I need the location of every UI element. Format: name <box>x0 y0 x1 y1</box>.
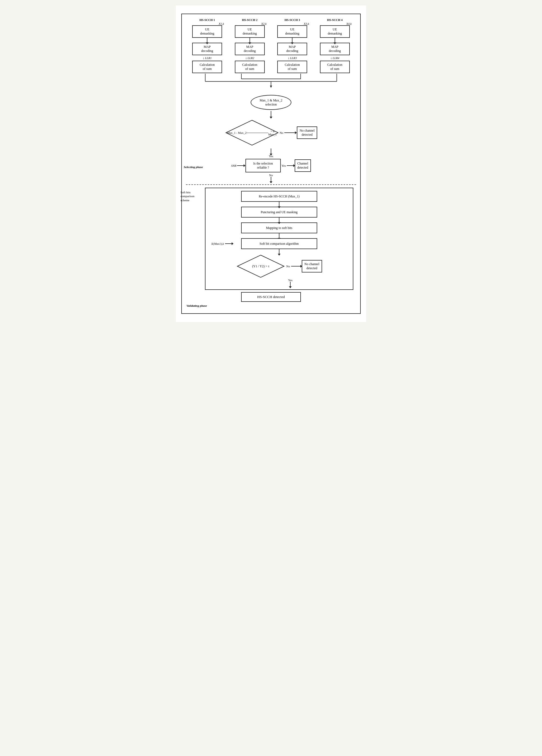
ch4-xlabel: X4,k <box>346 22 352 25</box>
soft-bits-label: Soft bits comparison scheme <box>181 190 201 202</box>
no-branch-1: No No channeldetected <box>280 126 317 139</box>
no-down-arrow: No <box>269 173 272 182</box>
diamond2: (Y1 / Y2) > τ <box>236 254 285 278</box>
no-channel-box-1: No channeldetected <box>297 126 317 139</box>
ch1-ue: UEdemasking <box>192 25 222 38</box>
yes-line-1 <box>271 148 271 154</box>
ch1-calc: Calculationof sum <box>192 61 222 73</box>
no-line-2 <box>271 177 271 182</box>
xmax1k-label: X(Max1),k <box>211 242 224 245</box>
no-branch-2: No No channeldetected <box>286 260 322 272</box>
ch3-llr: ↓ LLR3 <box>288 56 297 60</box>
channel-detected-box: Channeldetected <box>294 159 311 172</box>
yes-text-2: Yes <box>288 278 292 282</box>
mapping-box: Mapping to soft bits <box>241 222 317 233</box>
ch1-llr: ↓ LLR1 <box>203 56 212 60</box>
yes-label-ch: Yes <box>281 164 286 167</box>
snr-section: SNR <box>231 164 244 167</box>
ch1-map: MAPdecoding <box>192 43 222 55</box>
ch2-map: MAPdecoding <box>235 43 265 55</box>
ch2-arrow1 <box>250 38 250 43</box>
yes-arrowhead-2 <box>289 286 292 288</box>
snr-arrowhead <box>244 164 246 167</box>
diamond2-text: (Y1 / Y2) > τ <box>236 254 285 278</box>
yes-section-1: Yes <box>186 148 356 158</box>
ch1-label: HS-SCCH 1 <box>200 18 215 21</box>
ch2-llr: ↓ LLR2 <box>245 56 254 60</box>
xmax-arrow <box>225 243 232 244</box>
yes-arrowhead-1 <box>270 154 272 156</box>
no-arrowhead-3 <box>300 265 302 268</box>
hs-detected-section: HS-SCCH detected <box>186 292 356 302</box>
ch3-map: MAPdecoding <box>277 43 307 55</box>
ch4-label: HS-SCCH 4 <box>327 18 342 21</box>
ch2-ue: UEdemasking <box>235 25 265 38</box>
no-label-2: No <box>286 265 290 268</box>
converge-svg <box>186 73 356 95</box>
channels-row: HS-SCCH 1 X1,k UEdemasking MAPdecoding ↓… <box>186 18 356 73</box>
selection-reliable-row: SNR Is the selectionreliable ? Yes Chann… <box>186 159 356 172</box>
svg-marker-9 <box>270 86 272 88</box>
ellipse-arrow-down <box>186 111 356 117</box>
no-arrowhead-1 <box>295 131 297 134</box>
ch3-arrow1 <box>292 38 292 43</box>
validating-phase-section: Validating phase <box>186 303 356 308</box>
channel-col-1: HS-SCCH 1 X1,k UEdemasking MAPdecoding ↓… <box>188 18 226 73</box>
diamond1: Max_1 - Max_2> αMax_1 <box>225 119 279 146</box>
no-text-2: No <box>269 173 272 177</box>
channel-col-4: HS-SCCH 4 X4,k UEdemasking MAPdecoding ↓… <box>316 18 354 73</box>
ch4-llr: ↓ LLR4 <box>330 56 339 60</box>
inner-box: Re-encode HS-SCCH (Max_1) Puncturing and… <box>205 188 353 290</box>
soft-bits-section: Soft bits comparison scheme Re-encode HS… <box>202 188 356 290</box>
validating-phase-label: Validating phase <box>187 304 207 307</box>
dashed-divider <box>186 184 356 185</box>
arrow-soft-algo <box>279 249 279 254</box>
re-encode-box: Re-encode HS-SCCH (Max_1) <box>241 191 317 202</box>
snr-label: SNR <box>231 164 237 167</box>
selection-ellipse-container: Max_1 & Max_2selection <box>186 95 356 110</box>
yes-down-2: Yes <box>288 278 292 287</box>
xmax1k-section: X(Max1),k <box>211 242 232 245</box>
yes-arrow-2: Yes <box>288 278 292 287</box>
yes-arrow-1: Yes <box>269 148 273 158</box>
yes-channel-section: Yes Channeldetected <box>281 159 311 172</box>
flow-section: Re-encode HS-SCCH (Max_1) Puncturing and… <box>210 191 349 287</box>
no-arrow-1 <box>284 132 295 133</box>
arrow-mapping <box>279 233 279 238</box>
yes-arrowhead-ch <box>293 164 295 167</box>
no-label-1: No <box>280 131 283 134</box>
ch3-label: HS-SCCH 3 <box>284 18 300 21</box>
ch1-xlabel: X1,k <box>219 22 224 25</box>
ch1-arrow1 <box>207 38 208 43</box>
soft-algo-box: Soft bit comparison algorithm <box>241 238 317 249</box>
diamond1-row: Max_1 - Max_2> αMax_1 No No channeldetec… <box>186 119 356 146</box>
page: HS-SCCH 1 X1,k UEdemasking MAPdecoding ↓… <box>176 5 366 322</box>
arrow-puncturing <box>279 218 279 222</box>
no-arrow-2 <box>291 266 300 267</box>
channel-col-3: HS-SCCH 3 X3,k UEdemasking MAPdecoding ↓… <box>273 18 311 73</box>
no-down-section: No <box>186 173 356 182</box>
yes-line-2 <box>290 282 290 287</box>
selection-reliable-box: Is the selectionreliable ? <box>246 159 281 172</box>
ch2-xlabel: X2,k <box>261 22 267 25</box>
yes-arrow-ch <box>287 165 293 166</box>
snr-arrow <box>237 165 244 166</box>
ch4-ue: UEdemasking <box>320 25 350 38</box>
xmax-arrowhead <box>232 242 234 245</box>
puncturing-box: Puncturing and UE masking <box>241 207 317 218</box>
ch4-arrow1 <box>334 38 335 43</box>
soft-algo-row: X(Max1),k Soft bit comparison algorithm <box>241 238 317 249</box>
selection-ellipse: Max_1 & Max_2selection <box>251 95 291 110</box>
ch2-label: HS-SCCH 2 <box>242 18 258 21</box>
hs-detected-box: HS-SCCH detected <box>241 292 301 302</box>
selecting-phase-label: Selecting phase <box>184 165 203 169</box>
arrow-re-encode <box>279 202 279 207</box>
channel-col-2: HS-SCCH 2 X2,k UEdemasking MAPdecoding ↓… <box>231 18 269 73</box>
diamond2-row: (Y1 / Y2) > τ No No channeldetected <box>236 254 322 278</box>
ch4-map: MAPdecoding <box>320 43 350 55</box>
ch3-calc: Calculationof sum <box>277 61 307 73</box>
outer-box: HS-SCCH 1 X1,k UEdemasking MAPdecoding ↓… <box>181 14 361 314</box>
ch3-ue: UEdemasking <box>277 25 307 38</box>
no-arrowhead-2 <box>270 181 272 183</box>
no-channel-box-2: No channeldetected <box>302 260 322 272</box>
